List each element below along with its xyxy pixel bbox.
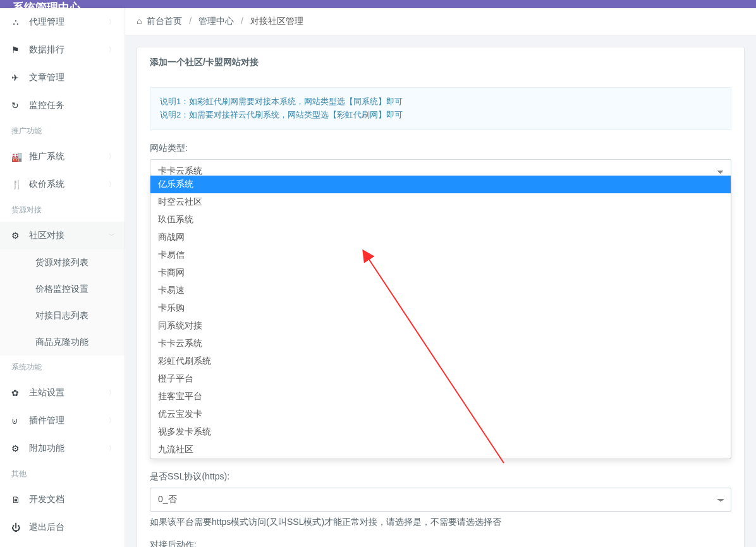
type-option[interactable]: 亿乐系统 [150, 176, 731, 193]
type-option[interactable]: 卡易速 [150, 282, 731, 299]
after-label: 对接后动作: [150, 539, 731, 547]
ssl-label: 是否SSL协议(https): [150, 471, 731, 483]
crumb-mgmt[interactable]: 管理中心 [198, 16, 234, 26]
topbar: 系统管理中心 [0, 0, 756, 8]
chevron-right-icon: 〉 [109, 388, 115, 397]
sidebar-sub-clone[interactable]: 商品克隆功能 [0, 329, 125, 356]
chevron-right-icon: 〉 [109, 180, 115, 189]
sidebar-label: 文章管理 [29, 72, 64, 83]
sidebar-item-main-setting[interactable]: ✿ 主站设置 〉 [0, 379, 125, 407]
chevron-right-icon: 〉 [109, 416, 115, 425]
type-label: 网站类型: [150, 143, 731, 154]
sidebar-label: 推广系统 [29, 151, 64, 162]
sidebar-label: 插件管理 [29, 415, 64, 426]
sidebar-item-community[interactable]: ⚙ 社区对接 ﹀ [0, 222, 125, 249]
sidebar-item-agent[interactable]: ⛬ 代理管理 〉 [0, 8, 125, 36]
sidebar-label: 砍价系统 [29, 179, 64, 190]
type-option[interactable]: 九流社区 [150, 441, 731, 459]
sidebar: ⛬ 代理管理 〉 ⚑ 数据排行 〉 ✈ 文章管理 ↻ 监控任务 推广功能 🏭 推… [0, 8, 125, 547]
crumb-home[interactable]: 前台首页 [147, 16, 182, 26]
sidebar-label: 监控任务 [29, 100, 64, 111]
info-line-1: 说明1：如彩虹代刷网需要对接本系统，网站类型选【同系统】即可 [160, 95, 721, 109]
sidebar-item-bargain-sys[interactable]: 🍴 砍价系统 〉 [0, 171, 125, 198]
type-option[interactable]: 卡商网 [150, 264, 731, 282]
type-option[interactable]: 商战网 [150, 229, 731, 246]
sidebar-item-dev-doc[interactable]: 🗎 开发文档 [0, 486, 125, 514]
sidebar-label: 代理管理 [29, 16, 64, 28]
sidebar-label: 社区对接 [29, 230, 64, 241]
ssl-select[interactable]: 0_否 [150, 488, 731, 512]
sidebar-sub-source-list[interactable]: 货源对接列表 [0, 249, 125, 276]
sidebar-group-source: 货源对接 [0, 198, 125, 222]
gears-icon: ⚙ [11, 231, 29, 241]
restaurant-icon: 🍴 [11, 179, 29, 189]
type-option[interactable]: 玖伍系统 [150, 211, 731, 229]
chevron-right-icon: 〉 [109, 18, 115, 27]
type-option[interactable]: 时空云社区 [150, 193, 731, 211]
sidebar-item-plugin[interactable]: ⊍ 插件管理 〉 [0, 407, 125, 435]
type-dropdown: 亿乐系统时空云社区玖伍系统商战网卡易信卡商网卡易速卡乐购同系统对接卡卡云系统彩虹… [150, 176, 731, 459]
sidebar-label: 主站设置 [29, 387, 64, 399]
type-option[interactable]: 卡易信 [150, 246, 731, 264]
send-icon: ✈ [11, 73, 29, 83]
loop-icon: ↻ [11, 100, 29, 111]
sidebar-group-promo: 推广功能 [0, 119, 125, 143]
type-option[interactable]: 卡卡云系统 [150, 335, 731, 352]
home-icon: ⌂ [137, 16, 142, 26]
type-option[interactable]: 彩虹代刷系统 [150, 352, 731, 370]
type-option[interactable]: 同系统对接 [150, 317, 731, 335]
chevron-right-icon: 〉 [109, 152, 115, 161]
sidebar-label: 数据排行 [29, 44, 64, 56]
sidebar-item-monitor[interactable]: ↻ 监控任务 [0, 92, 125, 119]
type-option[interactable]: 视多发卡系统 [150, 423, 731, 441]
power-icon: ⏻ [11, 522, 29, 532]
panel: 添加一个社区/卡盟网站对接 说明1：如彩虹代刷网需要对接本系统，网站类型选【同系… [137, 47, 745, 547]
chevron-down-icon: ﹀ [109, 231, 115, 240]
brand-title: 系统管理中心 [13, 1, 81, 8]
sidebar-item-rank[interactable]: ⚑ 数据排行 〉 [0, 36, 125, 64]
document-icon: 🗎 [11, 495, 29, 505]
panel-title: 添加一个社区/卡盟网站对接 [137, 47, 744, 78]
chevron-right-icon: 〉 [109, 45, 115, 54]
sidebar-label: 附加功能 [29, 443, 64, 454]
chevron-right-icon: 〉 [109, 444, 115, 453]
ssl-hint: 如果该平台需要https模式访问(又叫SSL模式)才能正常对接，请选择是，不需要… [150, 517, 731, 528]
factory-icon: 🏭 [11, 152, 29, 162]
type-option[interactable]: 挂客宝平台 [150, 388, 731, 406]
hierarchy-icon: ⛬ [11, 17, 29, 27]
type-option[interactable]: 橙子平台 [150, 370, 731, 388]
crumb-current: 对接社区管理 [250, 16, 303, 26]
sidebar-item-addon[interactable]: ⚙ 附加功能 〉 [0, 435, 125, 462]
sidebar-item-article[interactable]: ✈ 文章管理 [0, 64, 125, 92]
sidebar-sub-price-monitor[interactable]: 价格监控设置 [0, 276, 125, 303]
sidebar-group-sys: 系统功能 [0, 356, 125, 379]
sidebar-item-logout[interactable]: ⏻ 退出后台 [0, 514, 125, 541]
gear-icon: ✿ [11, 388, 29, 398]
sidebar-sub-log-list[interactable]: 对接日志列表 [0, 303, 125, 329]
type-option[interactable]: 优云宝发卡 [150, 406, 731, 423]
sidebar-group-other: 其他 [0, 462, 125, 486]
main-content: ⌂ 前台首页 / 管理中心 / 对接社区管理 添加一个社区/卡盟网站对接 说明1… [125, 8, 756, 547]
cog-icon: ⚙ [11, 443, 29, 454]
magnet-icon: ⊍ [11, 416, 29, 426]
sidebar-label: 开发文档 [29, 494, 64, 505]
info-line-2: 说明2：如需要对接祥云代刷系统，网站类型选【彩虹代刷网】即可 [160, 109, 721, 122]
sidebar-item-promo-sys[interactable]: 🏭 推广系统 〉 [0, 143, 125, 171]
breadcrumb: ⌂ 前台首页 / 管理中心 / 对接社区管理 [125, 8, 756, 35]
flag-icon: ⚑ [11, 45, 29, 55]
sidebar-label: 退出后台 [29, 522, 64, 533]
type-option[interactable]: 卡乐购 [150, 299, 731, 317]
info-box: 说明1：如彩虹代刷网需要对接本系统，网站类型选【同系统】即可 说明2：如需要对接… [150, 87, 731, 130]
